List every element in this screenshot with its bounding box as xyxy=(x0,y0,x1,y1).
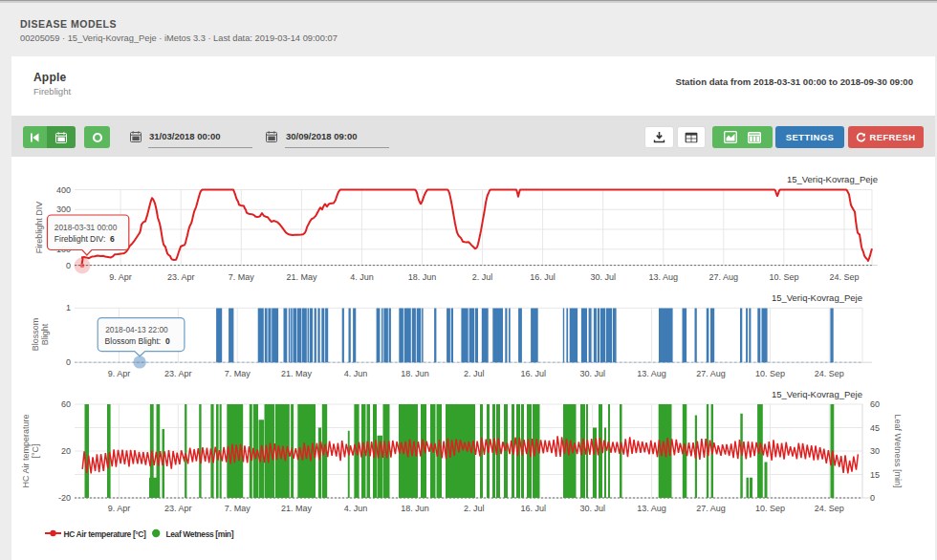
svg-text:2. Jul: 2. Jul xyxy=(472,272,493,282)
svg-text:15_Veriq-Kovrag_Peje: 15_Veriq-Kovrag_Peje xyxy=(787,174,878,184)
svg-text:27. Aug: 27. Aug xyxy=(696,369,726,378)
svg-text:2. Jul: 2. Jul xyxy=(464,369,485,378)
svg-text:2. Jul: 2. Jul xyxy=(464,504,485,513)
svg-text:27. Aug: 27. Aug xyxy=(709,272,739,282)
svg-text:30: 30 xyxy=(870,446,880,456)
svg-text:24. Sep: 24. Sep xyxy=(815,369,844,378)
svg-text:15_Veriq-Kovrag_Peje: 15_Veriq-Kovrag_Peje xyxy=(772,389,862,399)
svg-text:45: 45 xyxy=(870,423,880,433)
svg-text:24. Sep: 24. Sep xyxy=(815,504,844,513)
svg-text:Leaf Wetness [min]: Leaf Wetness [min] xyxy=(166,529,234,539)
svg-text:13. Aug: 13. Aug xyxy=(637,504,666,513)
svg-text:21. May: 21. May xyxy=(281,504,313,513)
svg-text:-20: -20 xyxy=(58,493,71,503)
svg-text:10. Sep: 10. Sep xyxy=(755,504,785,513)
svg-text:7. May: 7. May xyxy=(225,504,251,513)
svg-text:15: 15 xyxy=(870,470,880,480)
svg-text:30. Jul: 30. Jul xyxy=(579,504,605,513)
svg-text:0: 0 xyxy=(66,357,71,367)
svg-text:18. Jun: 18. Jun xyxy=(408,272,437,282)
svg-text:4. Jun: 4. Jun xyxy=(350,272,374,282)
svg-text:Blight: Blight xyxy=(40,323,50,345)
svg-text:4. Jun: 4. Jun xyxy=(344,369,368,378)
svg-text:4. Jun: 4. Jun xyxy=(344,504,368,513)
svg-text:Blossom: Blossom xyxy=(31,318,40,352)
svg-text:2018-03-31 00:00: 2018-03-31 00:00 xyxy=(54,223,118,232)
svg-text:60: 60 xyxy=(61,399,71,409)
svg-text:23. Apr: 23. Apr xyxy=(164,504,192,513)
svg-text:30. Jul: 30. Jul xyxy=(579,369,605,378)
svg-text:400: 400 xyxy=(56,185,71,195)
svg-text:16. Jul: 16. Jul xyxy=(530,272,556,282)
svg-text:23. Apr: 23. Apr xyxy=(167,272,195,282)
svg-text:9. Apr: 9. Apr xyxy=(108,369,131,378)
svg-text:0: 0 xyxy=(870,493,875,503)
svg-text:Fireblight DIV: 6: Fireblight DIV: 6 xyxy=(54,234,115,244)
svg-text:21. May: 21. May xyxy=(281,369,313,378)
svg-text:16. Jul: 16. Jul xyxy=(521,369,547,378)
svg-text:21. May: 21. May xyxy=(286,272,317,282)
svg-text:7. May: 7. May xyxy=(225,369,251,378)
svg-text:10. Sep: 10. Sep xyxy=(769,272,798,282)
svg-text:30. Jul: 30. Jul xyxy=(590,272,616,282)
svg-text:2018-04-13 22:00: 2018-04-13 22:00 xyxy=(105,325,168,334)
svg-text:23. Apr: 23. Apr xyxy=(164,369,192,378)
svg-text:15_Veriq-Kovrag_Peje: 15_Veriq-Kovrag_Peje xyxy=(772,292,862,303)
svg-text:[°C]: [°C] xyxy=(31,443,40,458)
svg-text:HC Air temperature: HC Air temperature xyxy=(21,414,31,487)
svg-text:10. Sep: 10. Sep xyxy=(755,369,785,378)
svg-text:9. Apr: 9. Apr xyxy=(109,272,132,282)
svg-text:Blossom Blight: 0: Blossom Blight: 0 xyxy=(105,336,170,346)
svg-text:13. Aug: 13. Aug xyxy=(637,369,666,378)
svg-text:16. Jul: 16. Jul xyxy=(521,504,547,513)
svg-text:13. Aug: 13. Aug xyxy=(649,272,679,282)
svg-text:300: 300 xyxy=(56,205,71,214)
svg-text:Fireblight DIV: Fireblight DIV xyxy=(34,202,44,254)
svg-text:Leaf Wetness [min]: Leaf Wetness [min] xyxy=(893,415,903,488)
svg-text:9. Apr: 9. Apr xyxy=(108,504,131,513)
svg-text:1: 1 xyxy=(66,303,71,312)
svg-text:18. Jun: 18. Jun xyxy=(401,369,429,378)
svg-text:HC Air temperature [°C]: HC Air temperature [°C] xyxy=(64,529,147,539)
svg-text:20: 20 xyxy=(61,446,71,456)
svg-text:24. Sep: 24. Sep xyxy=(829,272,859,282)
svg-text:18. Jun: 18. Jun xyxy=(401,504,429,513)
svg-text:7. May: 7. May xyxy=(229,272,255,282)
svg-text:0: 0 xyxy=(66,261,71,270)
svg-text:27. Aug: 27. Aug xyxy=(696,504,726,513)
svg-text:60: 60 xyxy=(870,399,880,409)
